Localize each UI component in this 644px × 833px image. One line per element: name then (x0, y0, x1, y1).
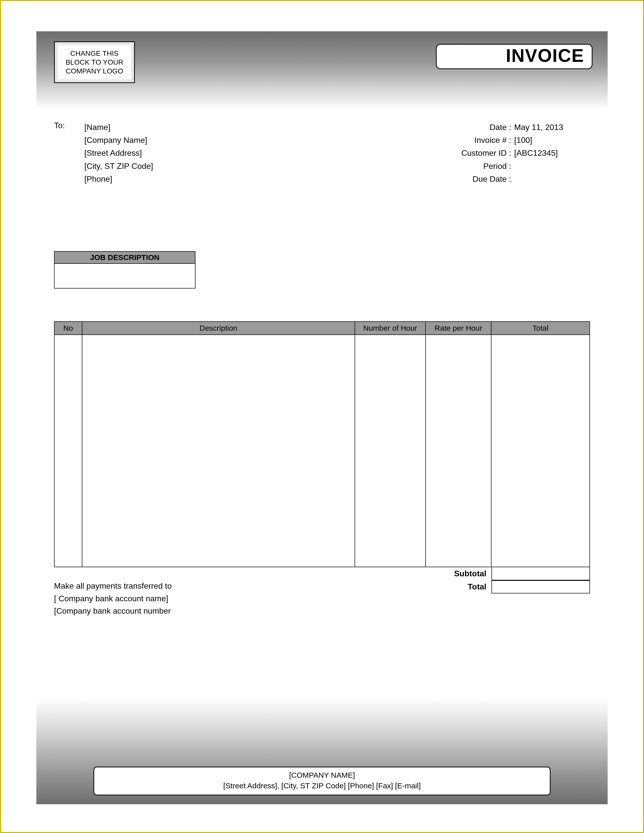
invoice-no-value: [100] (514, 134, 590, 147)
to-phone: [Phone] (84, 173, 153, 185)
col-total: Total (491, 322, 590, 335)
payment-line-3: [Company bank account number (54, 605, 426, 618)
document-title: INVOICE (436, 44, 592, 69)
col-no: No (54, 322, 82, 335)
col-hours: Number of Hour (355, 322, 425, 335)
footer-company-box: [COMPANY NAME] [Street Address], [City, … (93, 767, 551, 795)
payment-line-2: [ Company bank account name] (54, 592, 426, 605)
job-description-body (54, 263, 195, 288)
to-city: [City, ST ZIP Code] (84, 160, 153, 173)
customer-id-label: Customer ID : (398, 147, 514, 159)
payment-line-1: Make all payments transferred to (54, 580, 426, 592)
info-section: To: [Name] [Company Name] [Street Addres… (36, 121, 608, 185)
company-logo-placeholder: CHANGE THIS BLOCK TO YOUR COMPANY LOGO (54, 42, 135, 83)
date-value: May 11, 2013 (514, 121, 590, 134)
footer-company-details: [Street Address], [City, ST ZIP Code] [P… (99, 780, 545, 791)
subtotal-value (491, 567, 590, 581)
to-name: [Name] (84, 121, 153, 134)
cell-description (82, 335, 355, 567)
to-street: [Street Address] (84, 147, 153, 159)
period-value (514, 160, 590, 173)
line-items-table: No Description Number of Hour Rate per H… (54, 321, 590, 567)
to-label: To: (54, 121, 84, 185)
payment-notes: Make all payments transferred to [ Compa… (54, 567, 426, 618)
customer-id-value: [ABC12345] (514, 147, 590, 159)
table-header-row: No Description Number of Hour Rate per H… (54, 322, 590, 335)
to-company: [Company Name] (84, 134, 153, 147)
invoice-no-label: Invoice # : (398, 134, 514, 147)
invoice-meta-block: Date :May 11, 2013 Invoice # :[100] Cust… (398, 121, 590, 185)
subtotal-label: Subtotal (426, 569, 491, 578)
header-banner: CHANGE THIS BLOCK TO YOUR COMPANY LOGO I… (36, 31, 608, 109)
cell-rate (425, 335, 491, 567)
bill-to-block: To: [Name] [Company Name] [Street Addres… (54, 121, 398, 185)
table-row (54, 335, 590, 567)
total-label: Total (426, 582, 491, 592)
totals-box: Subtotal Total (426, 567, 590, 618)
due-date-value (514, 173, 590, 185)
cell-total (491, 335, 590, 567)
due-date-label: Due Date : (398, 173, 514, 185)
footer-banner: [COMPANY NAME] [Street Address], [City, … (36, 698, 608, 804)
job-description-section: JOB DESCRIPTION (54, 251, 195, 288)
totals-section: Make all payments transferred to [ Compa… (54, 567, 590, 618)
col-description: Description (82, 322, 355, 335)
date-label: Date : (398, 121, 514, 134)
period-label: Period : (398, 160, 514, 173)
to-lines: [Name] [Company Name] [Street Address] [… (84, 121, 153, 185)
col-rate: Rate per Hour (425, 322, 491, 335)
total-value (491, 581, 590, 593)
cell-no (54, 335, 82, 567)
job-description-header: JOB DESCRIPTION (54, 251, 195, 263)
footer-company-name: [COMPANY NAME] (99, 770, 545, 780)
cell-hours (355, 335, 425, 567)
